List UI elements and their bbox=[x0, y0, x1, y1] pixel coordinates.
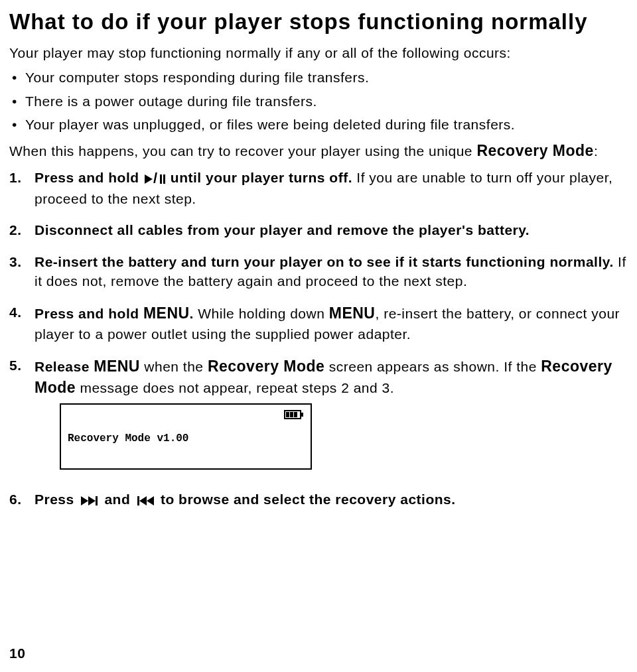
lead-in-part-a: When this happens, you can try to recove… bbox=[9, 143, 476, 159]
fast-forward-icon bbox=[81, 496, 98, 505]
step-6-text-c: to browse and select the recovery action… bbox=[157, 492, 456, 507]
step-list: Press and hold / until your player turns… bbox=[9, 168, 632, 509]
battery-icon bbox=[284, 410, 301, 419]
step-4-text-a: Press and hold bbox=[35, 306, 143, 321]
step-1: Press and hold / until your player turns… bbox=[9, 168, 632, 208]
step-4: Press and hold MENU. While holding down … bbox=[9, 302, 632, 344]
menu-term: MENU bbox=[94, 358, 140, 375]
list-item: There is a power outage during file tran… bbox=[9, 92, 632, 110]
step-6-text-a: Press bbox=[35, 492, 78, 507]
lead-in: When this happens, you can try to recove… bbox=[9, 141, 632, 161]
list-item: Your player was unplugged, or files were… bbox=[9, 115, 632, 133]
page-number: 10 bbox=[9, 645, 25, 661]
list-item: Your computer stops responding during fi… bbox=[9, 68, 632, 86]
play-pause-icon: / bbox=[145, 168, 165, 189]
step-6-text-b: and bbox=[100, 492, 135, 507]
step-2: Disconnect all cables from your player a… bbox=[9, 220, 632, 239]
page-title: What to do if your player stops function… bbox=[9, 9, 632, 34]
step-3-text-a: Re-insert the battery and turn your play… bbox=[35, 254, 618, 269]
step-4-text-b: . bbox=[190, 306, 198, 321]
recovery-screen-illustration: Recovery Mode v1.00 bbox=[60, 403, 632, 470]
recovery-mode-term: Recovery Mode bbox=[476, 142, 594, 159]
rewind-icon bbox=[137, 496, 154, 505]
recovery-mode-term: Recovery Mode bbox=[208, 358, 325, 375]
step-6: Press and to browse and select the recov… bbox=[9, 490, 632, 509]
step-5: Release MENU when the Recovery Mode scre… bbox=[9, 356, 632, 470]
menu-term: MENU bbox=[143, 304, 190, 322]
step-1-text-a: Press and hold bbox=[35, 170, 143, 185]
device-screen: Recovery Mode v1.00 bbox=[60, 403, 312, 470]
intro-text: Your player may stop functioning normall… bbox=[9, 44, 632, 62]
step-5-text-a: Release bbox=[35, 359, 94, 374]
step-5-cont: when the Recovery Mode screen appears as… bbox=[140, 359, 504, 374]
lead-in-part-c: : bbox=[594, 143, 598, 159]
menu-term: MENU bbox=[329, 304, 376, 322]
step-1-text-b: until your player turns off. bbox=[167, 170, 357, 185]
screen-text: Recovery Mode v1.00 bbox=[68, 431, 188, 446]
cause-list: Your computer stops responding during fi… bbox=[9, 68, 632, 133]
step-3: Re-insert the battery and turn your play… bbox=[9, 252, 632, 291]
